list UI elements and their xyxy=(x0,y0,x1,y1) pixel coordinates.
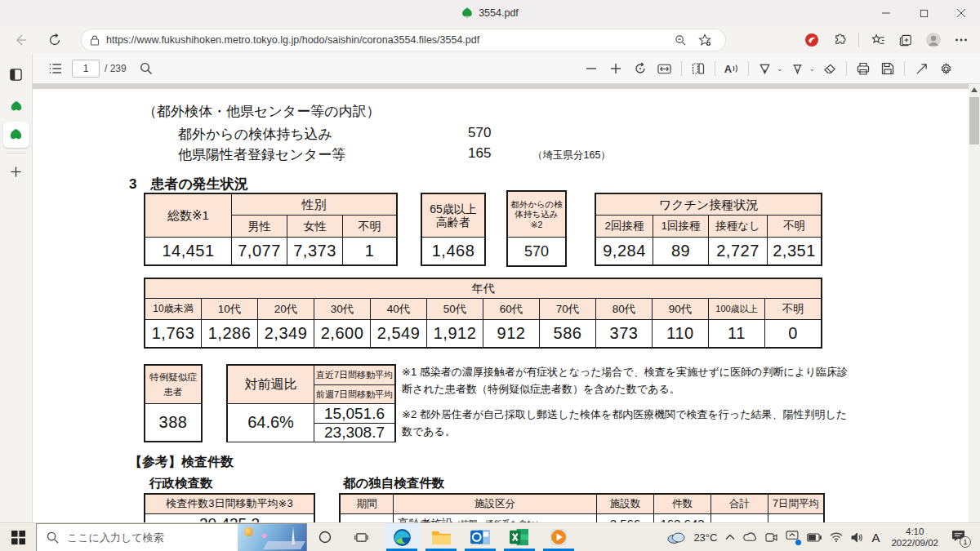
age-table: 年代 10歳未満 10代 20代 30代 40代 50代 60代 70代 80代… xyxy=(144,278,822,349)
age-val-11: 0 xyxy=(765,320,821,347)
system-tray: 23°C A 4:10 2022/09/02 1 xyxy=(667,523,980,551)
scrollbar-thumb[interactable] xyxy=(969,97,979,144)
close-button[interactable] xyxy=(942,0,980,26)
tray-expand-chevron[interactable] xyxy=(725,534,735,540)
screen-share-icon[interactable] xyxy=(786,530,799,544)
new-tab-button[interactable] xyxy=(0,158,33,185)
table-of-contents-icon[interactable] xyxy=(44,57,67,80)
read-aloud-button[interactable]: A xyxy=(720,57,743,80)
tab-tokyo-1[interactable] xyxy=(0,93,33,121)
back-button[interactable] xyxy=(8,28,33,52)
fit-to-width-button[interactable] xyxy=(653,57,676,80)
scroll-up-arrow[interactable] xyxy=(971,87,978,92)
volume-icon[interactable] xyxy=(851,532,863,543)
age-col-0: 10歳未満 xyxy=(145,299,201,319)
zoom-page-icon[interactable] xyxy=(668,28,693,52)
elderly-value: 1,468 xyxy=(422,238,484,264)
zoom-in-button[interactable] xyxy=(604,57,627,80)
elderly-table: 65歳以上高齢者 1,468 xyxy=(421,193,486,266)
age-val-3: 2,600 xyxy=(314,320,370,347)
admin-table-value: 20,435.3 xyxy=(145,514,314,522)
erase-button[interactable] xyxy=(818,57,841,80)
browser-toolbar: https://www.fukushihoken.metro.tokyo.lg.… xyxy=(0,26,980,54)
clock[interactable]: 4:10 2022/09/02 xyxy=(891,526,938,549)
taskbar-excel-icon[interactable] xyxy=(501,523,537,551)
tokyo-row-avg xyxy=(768,514,823,522)
pdf-scrollbar[interactable] xyxy=(969,84,980,522)
draw-button[interactable] xyxy=(754,57,777,80)
tokyo-row-count: 162,643 xyxy=(654,514,710,522)
col-male: 男性 xyxy=(232,216,287,237)
print-button[interactable] xyxy=(852,57,875,80)
pdf-settings-icon[interactable] xyxy=(934,57,957,80)
draw-options-chevron[interactable]: ⌄ xyxy=(777,64,783,73)
onedrive-icon[interactable] xyxy=(743,532,757,542)
taskbar-search-input[interactable]: ここに入力して検索 xyxy=(36,523,307,551)
extension-icon[interactable] xyxy=(827,28,852,52)
vaccine-val-0: 9,284 xyxy=(596,238,653,264)
tokyo-col-3: 件数 xyxy=(654,495,710,513)
taskbar-file-explorer-icon[interactable] xyxy=(423,523,459,551)
tokyo-row-facilities: 3,566 xyxy=(597,514,653,522)
tokyo-row-total xyxy=(711,514,768,522)
totals-table: 総数※1 性別 男性 女性 不明 14,451 7,077 7,373 1 xyxy=(144,193,398,266)
sidebar-divider xyxy=(7,153,26,153)
fullscreen-button[interactable] xyxy=(910,57,933,80)
action-center-button[interactable]: 1 xyxy=(951,530,965,545)
minimize-button[interactable] xyxy=(867,0,905,26)
ime-indicator[interactable]: A xyxy=(871,531,880,544)
extension-trendmicro-icon[interactable] xyxy=(800,28,824,52)
address-bar[interactable]: https://www.fukushihoken.metro.tokyo.lg.… xyxy=(82,29,725,51)
wifi-icon[interactable] xyxy=(830,532,843,542)
profile-avatar[interactable] xyxy=(921,28,946,52)
age-col-10: 100歳以上 xyxy=(709,299,764,319)
rotate-button[interactable] xyxy=(629,57,652,80)
highlight-options-chevron[interactable]: ⌄ xyxy=(808,64,815,73)
age-val-7: 586 xyxy=(540,320,595,347)
favorites-bar-button[interactable] xyxy=(866,28,890,52)
breakdown-row1-value: 570 xyxy=(468,125,491,141)
taskbar-edge-icon[interactable] xyxy=(384,523,420,551)
age-col-7: 70代 xyxy=(540,299,595,319)
age-col-9: 90代 xyxy=(653,299,708,319)
breakdown-title: （都外検体・他県センター等の内訳） xyxy=(143,102,381,121)
settings-menu-button[interactable] xyxy=(949,28,973,52)
save-button[interactable] xyxy=(876,57,899,80)
favorite-star-button[interactable] xyxy=(693,28,717,52)
start-button[interactable] xyxy=(0,523,36,551)
maximize-button[interactable] xyxy=(905,0,942,26)
browser-window: 3554.pdf https://www.fukushihoken.metro.… xyxy=(0,0,980,551)
breakdown-row2-value: 165 xyxy=(468,145,491,162)
age-col-2: 20代 xyxy=(258,299,314,319)
task-view-button[interactable] xyxy=(343,523,379,551)
weather-icon[interactable] xyxy=(667,531,685,544)
temperature-text[interactable]: 23°C xyxy=(693,531,717,544)
zoom-out-button[interactable] xyxy=(580,57,603,80)
highlight-button[interactable] xyxy=(786,57,808,80)
age-col-3: 30代 xyxy=(314,299,370,319)
prev-avg-label: 前週7日間移動平均 xyxy=(314,385,394,403)
taskbar-media-player-icon[interactable] xyxy=(541,523,577,551)
tab-tokyo-2-active[interactable] xyxy=(0,121,33,149)
outside-header-3: ※2 xyxy=(531,220,543,229)
battery-icon[interactable] xyxy=(807,533,822,542)
page-number-input[interactable] xyxy=(72,60,100,78)
prev-avg-value: 23,308.7 xyxy=(314,424,394,442)
meet-now-icon[interactable] xyxy=(765,532,777,543)
section-title: 3 患者の発生状況 xyxy=(129,175,248,193)
cortana-button[interactable] xyxy=(307,523,343,551)
window-title: 3554.pdf xyxy=(479,7,519,19)
tab-actions-icon[interactable] xyxy=(0,60,33,88)
age-val-8: 373 xyxy=(596,320,652,347)
collections-button[interactable] xyxy=(893,28,918,52)
female-value: 7,373 xyxy=(287,238,342,264)
age-val-0: 1,763 xyxy=(145,320,201,347)
search-document-icon[interactable] xyxy=(135,57,158,80)
page-view-button[interactable] xyxy=(687,57,710,80)
lock-icon xyxy=(90,35,100,46)
taskbar-outlook-icon[interactable] xyxy=(462,523,498,551)
clock-time: 4:10 xyxy=(891,526,938,537)
refresh-button[interactable] xyxy=(42,28,67,52)
male-value: 7,077 xyxy=(232,238,287,264)
pdf-page: （都外検体・他県センター等の内訳） 都外からの検体持ち込み 570 他県陽性者登… xyxy=(33,89,969,522)
